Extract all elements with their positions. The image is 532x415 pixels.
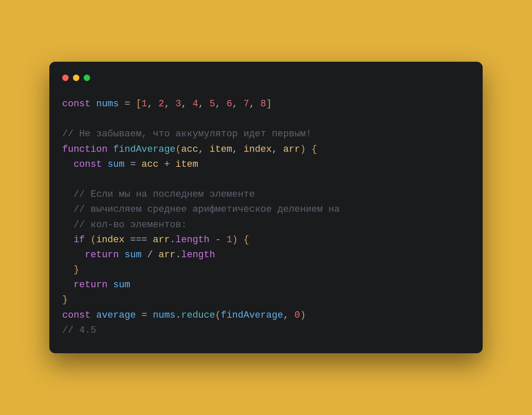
code-token: ,: [147, 99, 158, 109]
code-token: const: [62, 99, 91, 109]
code-window: const nums = [1, 2, 3, 4, 5, 6, 7, 8] //…: [49, 62, 483, 353]
code-token: sum: [113, 280, 130, 290]
code-token: index: [244, 144, 272, 155]
code-token: ,: [249, 99, 260, 109]
code-token: return: [85, 250, 119, 260]
code-token: ]: [266, 99, 272, 109]
code-token: acc: [181, 144, 198, 155]
code-token: {: [244, 235, 249, 245]
code-token: [136, 159, 142, 170]
code-token: function: [62, 144, 108, 155]
code-token: .: [175, 310, 181, 321]
code-token: [: [136, 99, 142, 109]
code-token: 1: [227, 235, 232, 245]
code-token: +: [164, 159, 170, 170]
code-token: [62, 220, 73, 230]
code-token: [85, 235, 91, 245]
code-token: /: [147, 250, 153, 260]
code-token: [130, 99, 136, 109]
code-token: if: [73, 235, 85, 245]
code-token: [62, 159, 73, 170]
code-token: [62, 280, 73, 290]
code-token: [142, 250, 147, 260]
code-token: item: [175, 159, 198, 170]
code-token: item: [209, 144, 232, 155]
code-token: 0: [294, 310, 300, 321]
code-token: [119, 99, 124, 109]
code-token: [147, 235, 153, 245]
code-token: reduce: [181, 310, 215, 321]
code-token: ,: [215, 99, 226, 109]
code-token: ===: [130, 235, 147, 245]
code-token: // 4.5: [62, 325, 96, 336]
code-token: 6: [227, 99, 232, 109]
code-token: [209, 235, 215, 245]
code-token: index: [96, 235, 124, 245]
code-token: sum: [124, 250, 142, 260]
code-token: =: [130, 159, 136, 170]
code-token: [62, 235, 73, 245]
code-token: }: [62, 295, 68, 305]
code-token: ,: [198, 99, 209, 109]
code-token: [62, 250, 85, 260]
code-token: // кол-во элементов:: [73, 220, 187, 230]
code-token: [136, 310, 142, 321]
code-token: ): [232, 235, 238, 245]
code-token: ,: [198, 144, 209, 155]
code-token: const: [73, 159, 102, 170]
code-token: ,: [283, 310, 294, 321]
code-token: // вычисляем среднее арифметическое деле…: [73, 204, 340, 215]
code-token: // Не забываем, что аккумулятор идет пер…: [62, 129, 311, 139]
code-token: 1: [142, 99, 147, 109]
code-token: [306, 144, 311, 155]
code-token: ,: [164, 99, 175, 109]
code-token: [147, 310, 153, 321]
code-token: [238, 235, 243, 245]
code-token: average: [96, 310, 136, 321]
code-token: findAverage: [221, 310, 283, 321]
code-token: .: [170, 235, 175, 245]
code-token: ,: [232, 144, 243, 155]
code-token: nums: [153, 310, 175, 321]
code-token: 8: [260, 99, 266, 109]
code-token: [221, 235, 227, 245]
code-token: [91, 310, 96, 321]
code-token: arr: [283, 144, 300, 155]
code-token: [170, 159, 175, 170]
maximize-icon[interactable]: [84, 75, 90, 81]
code-token: ,: [181, 99, 192, 109]
code-token: nums: [96, 99, 119, 109]
code-token: arr: [158, 250, 175, 260]
code-token: (: [215, 310, 221, 321]
code-token: return: [73, 280, 107, 290]
code-token: (: [175, 144, 181, 155]
code-token: ,: [232, 99, 243, 109]
code-token: }: [73, 265, 79, 275]
code-token: -: [215, 235, 221, 245]
code-token: [102, 159, 107, 170]
code-token: const: [62, 310, 91, 321]
code-token: {: [311, 144, 317, 155]
code-token: 7: [244, 99, 249, 109]
window-titlebar: [62, 75, 470, 81]
code-token: 5: [209, 99, 215, 109]
code-token: acc: [142, 159, 159, 170]
code-token: ,: [272, 144, 283, 155]
code-token: [108, 280, 113, 290]
code-token: [108, 144, 113, 155]
code-token: length: [181, 250, 215, 260]
code-token: [153, 250, 158, 260]
minimize-icon[interactable]: [73, 75, 79, 81]
code-token: ): [300, 310, 306, 321]
close-icon[interactable]: [62, 75, 69, 81]
code-token: findAverage: [113, 144, 175, 155]
code-block: const nums = [1, 2, 3, 4, 5, 6, 7, 8] //…: [62, 96, 470, 338]
code-token: [119, 250, 124, 260]
code-token: arr: [153, 235, 170, 245]
code-token: sum: [108, 159, 125, 170]
code-token: [158, 159, 164, 170]
code-token: 3: [175, 99, 181, 109]
code-token: length: [175, 235, 209, 245]
code-token: [124, 159, 130, 170]
code-token: ): [300, 144, 306, 155]
